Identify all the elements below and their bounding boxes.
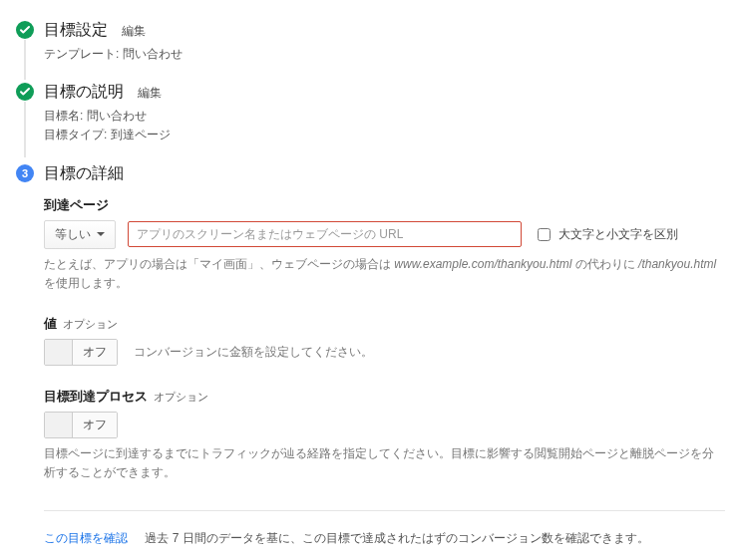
step-title: 目標の詳細	[44, 163, 124, 184]
match-type-dropdown[interactable]: 等しい	[44, 220, 116, 249]
divider	[44, 510, 725, 511]
step-goal-setup: 目標設定 編集 テンプレート: 問い合わせ	[16, 20, 725, 64]
destination-label: 到達ページ	[44, 196, 725, 214]
toggle-state: オフ	[73, 413, 117, 437]
edit-link[interactable]: 編集	[122, 23, 146, 40]
value-heading: 値 オプション	[44, 315, 725, 333]
value-help: コンバージョンに金額を設定してください。	[134, 344, 373, 361]
toggle-state: オフ	[73, 340, 117, 365]
step-summary-name: 目標名: 問い合わせ	[44, 107, 725, 126]
check-circle-icon	[16, 83, 34, 101]
step-number-icon: 3	[16, 164, 34, 182]
case-sensitive-option[interactable]: 大文字と小文字を区別	[534, 225, 678, 244]
match-type-selected: 等しい	[55, 226, 91, 243]
destination-help: たとえば、アプリの場合は「マイ画面」、ウェブページの場合は www.exampl…	[44, 255, 725, 293]
verify-goal-link[interactable]: この目標を確認	[44, 531, 128, 545]
funnel-heading: 目標到達プロセス オプション	[44, 388, 725, 406]
case-sensitive-label: 大文字と小文字を区別	[558, 226, 678, 243]
step-goal-details: 3 目標の詳細 到達ページ 等しい 大文字と小文字を区別 たとえば、アプリの場合…	[16, 163, 725, 560]
step-title: 目標の説明	[44, 82, 124, 103]
verify-row: この目標を確認 過去 7 日間のデータを基に、この目標で達成されたはずのコンバー…	[44, 529, 725, 547]
step-title: 目標設定	[44, 20, 108, 41]
destination-url-input[interactable]	[128, 221, 522, 247]
step-summary-type: 目標タイプ: 到達ページ	[44, 126, 725, 144]
toggle-track	[45, 413, 73, 437]
funnel-toggle[interactable]: オフ	[44, 412, 118, 438]
goal-setup-wizard: 目標設定 編集 テンプレート: 問い合わせ 目標の説明 編集 目標名: 問い合わ…	[16, 20, 725, 560]
funnel-help: 目標ページに到達するまでにトラフィックが辿る経路を指定してください。目標に影響す…	[44, 444, 725, 482]
edit-link[interactable]: 編集	[138, 85, 162, 102]
check-circle-icon	[16, 21, 34, 39]
verify-description: 過去 7 日間のデータを基に、この目標で達成されたはずのコンバージョン数を確認で…	[145, 531, 648, 545]
step-goal-description: 目標の説明 編集 目標名: 問い合わせ 目標タイプ: 到達ページ	[16, 82, 725, 144]
case-sensitive-checkbox[interactable]	[538, 228, 551, 241]
value-toggle[interactable]: オフ	[44, 339, 118, 366]
toggle-track	[45, 340, 73, 365]
chevron-down-icon	[97, 232, 105, 236]
step-summary: テンプレート: 問い合わせ	[44, 45, 725, 64]
destination-row: 等しい 大文字と小文字を区別	[44, 220, 725, 249]
